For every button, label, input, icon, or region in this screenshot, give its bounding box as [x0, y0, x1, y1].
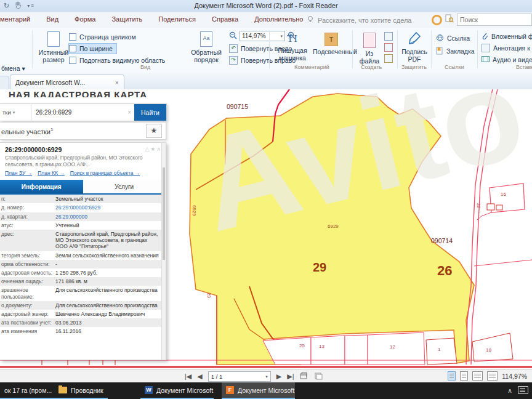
fit-width-icon: [69, 45, 76, 52]
taskbar-explorer[interactable]: Проводник: [54, 382, 108, 399]
tell-me-text[interactable]: Расскажите, что хотите сдела: [318, 17, 411, 24]
taskbar-word-document[interactable]: W Документ Microsoft ...: [140, 382, 214, 399]
tab-close-icon[interactable]: ×: [115, 79, 119, 86]
table-row: д. квартал:26:29:000000: [0, 212, 166, 221]
ribbon: бмена ▾ Истинный размер Страница целиком…: [0, 28, 532, 73]
single-page-view-icon[interactable]: [448, 371, 456, 381]
scrollbar-thumb[interactable]: [163, 167, 165, 260]
rotated-6929-label: 6929: [191, 205, 197, 216]
tab-services[interactable]: Услуги: [83, 180, 166, 193]
tray-chevron-icon[interactable]: ∧: [507, 387, 512, 394]
menu-extra[interactable]: Дополнительно: [254, 15, 303, 23]
plan-zu-link[interactable]: План ЗУ →: [5, 170, 32, 176]
true-size-button[interactable]: Истинный размер: [36, 31, 71, 63]
lightbulb-icon: [307, 15, 314, 25]
parcel-1-label: 1: [438, 347, 440, 352]
fit-page-icon: [69, 33, 76, 41]
partial-tab[interactable]: [0, 76, 9, 90]
update-icon[interactable]: [432, 15, 442, 25]
whole-page-button[interactable]: Страница целиком: [69, 32, 136, 42]
parcel-29-shape: [190, 94, 474, 365]
create-from-scanner-icon[interactable]: [384, 43, 393, 52]
link-icon: [436, 34, 444, 43]
menu-share[interactable]: Поделиться: [158, 15, 196, 23]
from-file-button[interactable]: Из файла: [356, 33, 383, 65]
create-blank-icon[interactable]: [384, 32, 393, 41]
parcel-25-label: 25: [299, 343, 305, 349]
highlight-button[interactable]: T Подсвеченный: [313, 33, 350, 55]
table-row: п:Земельный участок: [0, 195, 166, 203]
quarter-label-090715: 090715: [227, 103, 248, 110]
parcel-card: 26:29:000000:6929 △★∧ Ставропольский кра…: [0, 142, 166, 360]
table-row: ата изменения16.11.2016: [0, 327, 166, 336]
parcel-address-short: Ставропольский край, Предгорный район, М…: [5, 155, 162, 167]
favorites-star-button[interactable]: ★: [146, 124, 162, 138]
cadastral-number: 26:29:000000:6929: [5, 146, 162, 153]
table-row: тегория земель:Земли сельскохозяйственно…: [0, 251, 166, 260]
search-in-bounds-link[interactable]: Поиск в границах объекта →: [70, 170, 140, 176]
page-number-combo[interactable]: 1 / 1▾: [208, 371, 271, 382]
find-button[interactable]: Найти: [134, 104, 166, 121]
create-from-clipboard-icon[interactable]: [384, 54, 393, 63]
page-icon: [47, 31, 60, 47]
audio-video-button[interactable]: Аудио и виде: [482, 55, 532, 65]
parcel-16-shape: [490, 183, 525, 212]
doc-search-icon[interactable]: [445, 14, 454, 25]
attach-file-button[interactable]: Вложенный ф: [482, 31, 532, 41]
foxit-icon: F: [226, 386, 234, 394]
taskbar-foxit-document[interactable]: F Документ Microsoft ...: [222, 382, 295, 399]
last-page-icon[interactable]: ▶|: [287, 373, 294, 381]
results-header: ельные участки1 ★: [0, 122, 166, 140]
facing-view-icon[interactable]: [472, 371, 483, 381]
taskbar-browser-window[interactable]: ок 17 га (пром...: [0, 382, 56, 399]
menu-form[interactable]: Форма: [75, 15, 95, 23]
status-bar: |◀ ◀ 1 / 1▾ ▶ ▶| 114,97%: [0, 369, 532, 382]
fit-width-button[interactable]: По ширине: [69, 44, 116, 54]
fit-visible-button[interactable]: Подогнать видимую область: [69, 55, 165, 65]
first-page-icon[interactable]: |◀: [185, 373, 191, 381]
pdf-page[interactable]: НАЯ КАДАСТРОВАЯ КАРТА: [0, 89, 532, 369]
panel-scrollbar[interactable]: [161, 142, 166, 360]
rotate-left-icon: ↶: [229, 44, 238, 53]
clear-search-icon[interactable]: ×: [124, 109, 134, 116]
table-row: орма обственности:-: [0, 260, 166, 268]
link-button[interactable]: Ссылка: [436, 33, 470, 43]
reverse-order-button[interactable]: Aa Обратный порядок: [185, 31, 228, 63]
windows-taskbar: ок 17 га (пром... Проводник W Документ M…: [0, 382, 532, 399]
menu-view[interactable]: Вид: [46, 15, 58, 23]
clipboard-dropdown[interactable]: бмена ▾: [1, 65, 25, 72]
tab-information[interactable]: Информация: [0, 180, 83, 193]
menu-comment[interactable]: ментарий: [0, 15, 30, 23]
next-page-icon[interactable]: ▶: [276, 373, 281, 381]
continuous-facing-view-icon[interactable]: [487, 371, 498, 381]
table-row: адастровая оимость:1 250 298,76 руб.: [0, 268, 166, 277]
active-document-tab[interactable]: Документ Microsoft W... ×: [10, 75, 124, 90]
reverse-order-icon: Aa: [200, 31, 212, 47]
video-annotation-button[interactable]: Аннотация к в: [482, 43, 532, 53]
search-input[interactable]: [457, 14, 532, 26]
clipboard-icon[interactable]: [314, 372, 323, 381]
parcel-6929-label: 6929: [328, 224, 339, 229]
prev-page-icon[interactable]: ◀: [197, 373, 202, 381]
parcel-18-label: 18: [486, 347, 491, 353]
zoom-out-icon[interactable]: [229, 31, 237, 41]
fit-visible-icon: [69, 57, 76, 64]
sign-pdf-button[interactable]: Подпись PDF: [400, 31, 429, 63]
search-category-dropdown[interactable]: тки▾: [0, 104, 31, 121]
typewriter-button[interactable]: TI Пишущая машинка: [275, 33, 310, 62]
table-row: о документу:Для сельскохозяйственного пр…: [0, 301, 166, 310]
menu-protect[interactable]: Защитить: [111, 15, 142, 23]
table-row: зрешенное пользование:Для сельскохозяйст…: [0, 286, 166, 300]
keyboard-tray-icon[interactable]: [518, 386, 528, 394]
plan-kk-link[interactable]: План КК →: [38, 170, 65, 176]
bookmark-button[interactable]: Закладка: [436, 46, 475, 56]
continuous-view-icon[interactable]: [460, 371, 468, 381]
table-row: ата постановки учет:03.06.2013: [0, 318, 166, 327]
rotated-22-label: 22: [477, 203, 481, 208]
menu-help[interactable]: Справка: [212, 15, 238, 23]
card-corner-icons[interactable]: △★∧: [145, 146, 162, 152]
snapshot-icon[interactable]: [300, 372, 308, 381]
window-title: Документ Microsoft Word (2).pdf - Foxit …: [0, 2, 532, 9]
results-title: ельные участки: [1, 127, 50, 135]
cadastre-search-input[interactable]: 26:29:0:6929: [31, 109, 124, 116]
